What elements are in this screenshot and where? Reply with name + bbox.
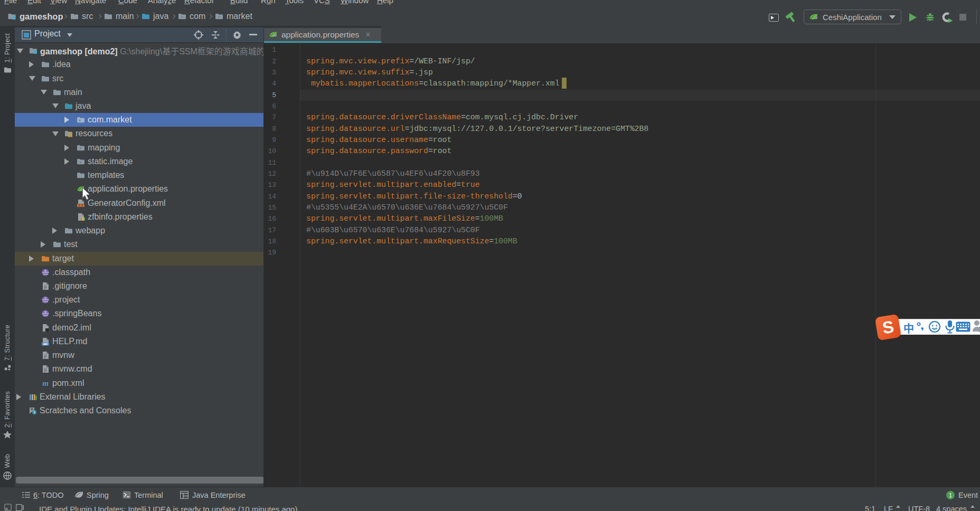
svg-text:MD: MD xyxy=(43,342,48,345)
svg-text:m: m xyxy=(42,379,49,387)
